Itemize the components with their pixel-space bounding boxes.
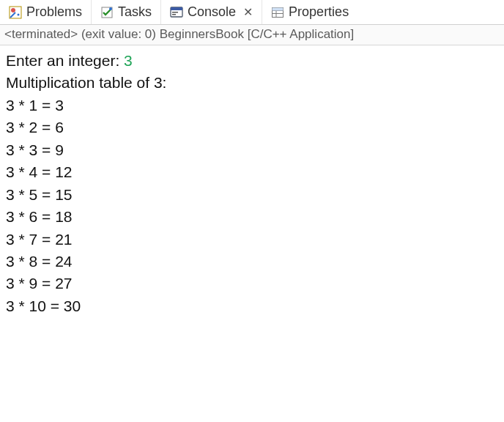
prompt-line: Enter an integer: 3 <box>6 50 498 72</box>
prompt-text: Enter an integer: <box>6 52 124 69</box>
tab-tasks[interactable]: Tasks <box>92 0 161 24</box>
tab-console-label: Console <box>188 4 236 20</box>
svg-point-4 <box>109 7 112 10</box>
table-row: 3 * 1 = 3 <box>6 95 498 116</box>
close-icon[interactable]: ✕ <box>243 5 253 19</box>
properties-icon <box>271 6 284 19</box>
svg-rect-8 <box>172 14 176 15</box>
tab-problems-label: Problems <box>26 4 82 20</box>
svg-rect-7 <box>172 12 178 13</box>
table-row: 3 * 3 = 9 <box>6 139 498 161</box>
table-row: 3 * 2 = 6 <box>6 116 498 138</box>
tab-properties[interactable]: Properties <box>262 0 357 24</box>
svg-point-1 <box>11 8 15 12</box>
svg-point-2 <box>18 13 20 15</box>
console-output: Enter an integer: 3 Multiplication table… <box>0 45 504 322</box>
svg-rect-6 <box>171 7 182 10</box>
table-row: 3 * 9 = 27 <box>6 273 498 295</box>
view-tab-bar: Problems Tasks Console ✕ <box>0 0 504 25</box>
tab-console[interactable]: Console ✕ <box>161 0 262 24</box>
console-icon <box>170 6 183 19</box>
table-row: 3 * 4 = 12 <box>6 161 498 183</box>
problems-icon <box>9 6 22 19</box>
user-input: 3 <box>124 52 133 69</box>
svg-rect-13 <box>273 7 284 10</box>
table-row: 3 * 8 = 24 <box>6 251 498 273</box>
tasks-icon <box>100 6 114 19</box>
table-row: 3 * 10 = 30 <box>6 295 498 317</box>
table-row: 3 * 6 = 18 <box>6 206 498 228</box>
table-row: 3 * 7 = 21 <box>6 229 498 251</box>
tab-problems[interactable]: Problems <box>0 0 92 24</box>
table-row: 3 * 5 = 15 <box>6 184 498 206</box>
table-heading: Multiplication table of 3: <box>6 72 498 94</box>
launch-status: <terminated> (exit value: 0) BeginnersBo… <box>0 25 504 45</box>
tab-tasks-label: Tasks <box>118 4 152 20</box>
tab-properties-label: Properties <box>289 4 349 20</box>
